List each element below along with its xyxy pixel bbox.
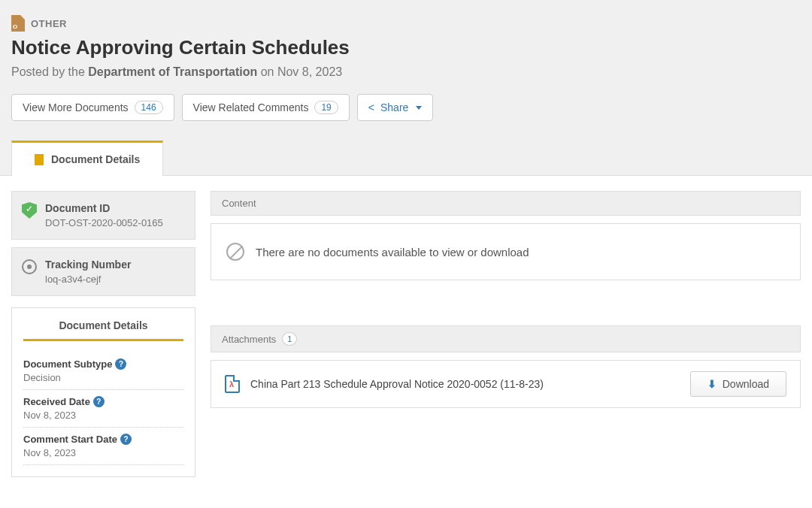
detail-received: Received Date ? Nov 8, 2023 [23,390,183,428]
view-related-count-badge: 19 [314,101,338,114]
document-id-card: Document ID DOT-OST-2020-0052-0165 [11,191,195,240]
posted-suffix: on Nov 8, 2023 [257,65,342,78]
posted-prefix: Posted by the [11,65,88,78]
tab-document-details[interactable]: Document Details [11,141,163,176]
document-id-label: Document ID [45,202,163,214]
subtype-label: Document Subtype [23,358,112,370]
view-related-label: View Related Comments [193,101,309,113]
attachment-title[interactable]: China Part 213 Schedule Approval Notice … [250,378,680,390]
help-icon[interactable]: ? [93,396,105,407]
subtype-value: Decision [23,372,183,383]
download-icon: ⬇ [707,378,717,390]
comment-start-value: Nov 8, 2023 [23,447,183,458]
page-title: Notice Approving Certain Schedules [11,36,801,59]
detail-comment-start: Comment Start Date ? Nov 8, 2023 [23,428,183,465]
attachments-section-header: Attachments 1 [211,325,801,352]
view-more-count-badge: 146 [135,101,163,114]
received-label: Received Date [23,396,90,407]
document-details-panel: Document Details Document Subtype ? Deci… [11,307,195,477]
attachments-header-label: Attachments [222,334,276,345]
view-related-comments-button[interactable]: View Related Comments 19 [182,94,350,121]
share-button[interactable]: < Share [357,94,434,121]
tracking-label: Tracking Number [45,259,131,271]
agency-name: Department of Transportation [88,65,257,78]
tracking-value: loq-a3v4-cejf [45,274,131,285]
view-more-documents-button[interactable]: View More Documents 146 [11,94,174,121]
tracking-number-card: Tracking Number loq-a3v4-cejf [11,247,195,296]
chevron-down-icon [416,106,422,110]
document-type-icon [11,15,25,32]
tab-label: Document Details [51,153,140,165]
target-icon [22,259,37,274]
view-more-label: View More Documents [23,101,129,113]
share-icon: < [368,101,374,113]
share-label: Share [380,101,408,113]
pdf-file-icon [225,375,240,393]
download-button[interactable]: ⬇ Download [690,371,786,397]
attachment-row: China Part 213 Schedule Approval Notice … [211,360,801,408]
comment-start-label: Comment Start Date [23,434,117,445]
doc-type-row: OTHER [11,15,801,32]
help-icon[interactable]: ? [115,358,126,370]
content-section-header: Content [211,191,801,216]
doc-type-label: OTHER [31,18,67,29]
document-id-value: DOT-OST-2020-0052-0165 [45,217,163,228]
detail-subtype: Document Subtype ? Decision [23,352,183,390]
help-icon[interactable]: ? [120,434,132,445]
content-header-label: Content [222,198,256,209]
download-label: Download [723,378,769,390]
attachments-count-badge: 1 [282,332,297,346]
content-section-body: There are no documents available to view… [211,223,801,280]
shield-check-icon [22,202,37,219]
details-panel-header: Document Details [23,308,183,341]
posted-by: Posted by the Department of Transportati… [11,65,801,79]
received-value: Nov 8, 2023 [23,410,183,421]
prohibited-icon [226,243,244,261]
document-icon [35,154,44,165]
no-documents-message: There are no documents available to view… [256,246,529,259]
